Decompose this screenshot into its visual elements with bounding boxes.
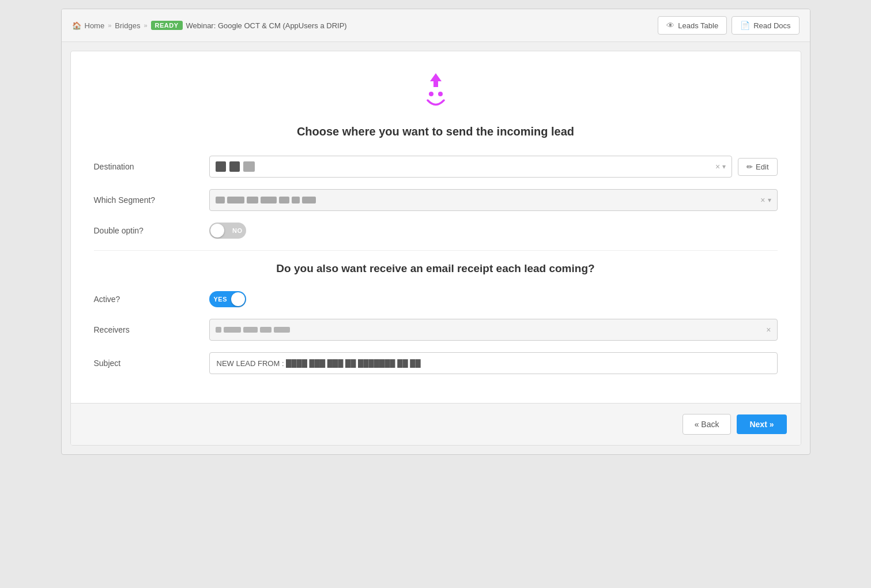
svg-point-0 <box>429 92 433 96</box>
svg-point-1 <box>438 92 443 96</box>
double-optin-label: Double optin? <box>94 226 209 235</box>
main-content: Choose where you want to send the incomi… <box>70 51 801 446</box>
drip-logo-icon <box>413 69 459 115</box>
home-icon: 🏠 <box>72 21 81 30</box>
segment-clear-icon[interactable]: × <box>760 195 765 205</box>
form-area: Choose where you want to send the incomi… <box>71 51 801 403</box>
section1-title: Choose where you want to send the incomi… <box>94 125 778 138</box>
toggle-off-label: NO <box>232 227 243 234</box>
toggle-off-knob <box>210 224 224 238</box>
next-button[interactable]: Next » <box>737 414 786 434</box>
destination-select[interactable]: × ▾ <box>209 156 733 178</box>
segment-chevron-icon: ▾ <box>768 196 771 204</box>
logo-area <box>94 69 778 115</box>
segment-label: Which Segment? <box>94 195 209 205</box>
nav-actions: 👁 Leads Table 📄 Read Docs <box>658 16 799 35</box>
destination-icon2 <box>229 161 240 172</box>
subject-input[interactable] <box>209 352 778 374</box>
bridges-link[interactable]: Bridges <box>115 21 140 30</box>
double-optin-control: NO <box>209 223 778 239</box>
active-toggle-wrap: YES <box>209 291 246 307</box>
subject-row: Subject <box>94 352 778 374</box>
toggle-on-knob <box>231 292 245 306</box>
segment-select-left <box>216 197 316 203</box>
receivers-label: Receivers <box>94 325 209 334</box>
subject-control <box>209 352 778 374</box>
active-toggle[interactable]: YES <box>209 291 246 307</box>
destination-row: Destination × ▾ <box>94 156 778 178</box>
destination-icon3 <box>243 161 255 172</box>
top-nav: 🏠 Home » Bridges » READY Webinar: Google… <box>62 9 810 42</box>
double-optin-row: Double optin? NO <box>94 223 778 239</box>
read-docs-button[interactable]: 📄 Read Docs <box>732 16 799 35</box>
home-link[interactable]: Home <box>85 21 105 30</box>
back-button[interactable]: « Back <box>683 414 732 435</box>
section2-title: Do you also want receive an email receip… <box>94 262 778 275</box>
receivers-control: × <box>209 319 778 341</box>
destination-chevron-icon: ▾ <box>722 163 726 171</box>
doc-icon: 📄 <box>740 21 750 30</box>
receivers-value-blurred <box>216 327 290 333</box>
segment-row: Which Segment? <box>94 189 778 211</box>
receivers-input[interactable]: × <box>209 319 778 341</box>
edit-button[interactable]: ✏ Edit <box>738 158 777 176</box>
destination-clear-icon[interactable]: × <box>715 162 720 171</box>
receivers-clear-icon[interactable]: × <box>766 325 771 334</box>
active-row: Active? YES <box>94 291 778 307</box>
eye-icon: 👁 <box>666 21 674 30</box>
segment-select-wrapper: × ▾ <box>209 189 778 211</box>
segment-control: × ▾ <box>209 189 778 211</box>
edit-label: Edit <box>756 163 768 171</box>
leads-table-label: Leads Table <box>678 21 718 30</box>
leads-table-button[interactable]: 👁 Leads Table <box>658 16 727 35</box>
destination-label: Destination <box>94 162 209 171</box>
segment-select-right: × ▾ <box>760 195 771 205</box>
edit-pencil-icon: ✏ <box>746 163 753 171</box>
destination-control: × ▾ ✏ Edit <box>209 156 778 178</box>
double-optin-toggle[interactable]: NO <box>209 223 246 239</box>
sep2: » <box>144 22 147 29</box>
toggle-on-label: YES <box>214 296 228 303</box>
status-badge: READY <box>151 21 183 30</box>
subject-input-wrap <box>209 352 778 374</box>
destination-select-wrapper: × ▾ <box>209 156 733 178</box>
subject-label: Subject <box>94 359 209 368</box>
destination-icon1 <box>216 161 226 172</box>
form-footer: « Back Next » <box>71 403 801 445</box>
receivers-row: Receivers × <box>94 319 778 341</box>
segment-select[interactable]: × ▾ <box>209 189 778 211</box>
active-label: Active? <box>94 295 209 304</box>
read-docs-label: Read Docs <box>753 21 790 30</box>
destination-select-right: × ▾ <box>715 162 726 171</box>
section-divider <box>94 250 778 251</box>
active-control: YES <box>209 291 778 307</box>
breadcrumb: 🏠 Home » Bridges » READY Webinar: Google… <box>72 21 347 30</box>
page-title: Webinar: Google OCT & CM (AppUsers a DRI… <box>186 21 347 30</box>
double-optin-toggle-wrap: NO <box>209 223 246 239</box>
destination-select-left <box>216 161 255 172</box>
sep1: » <box>108 22 111 29</box>
